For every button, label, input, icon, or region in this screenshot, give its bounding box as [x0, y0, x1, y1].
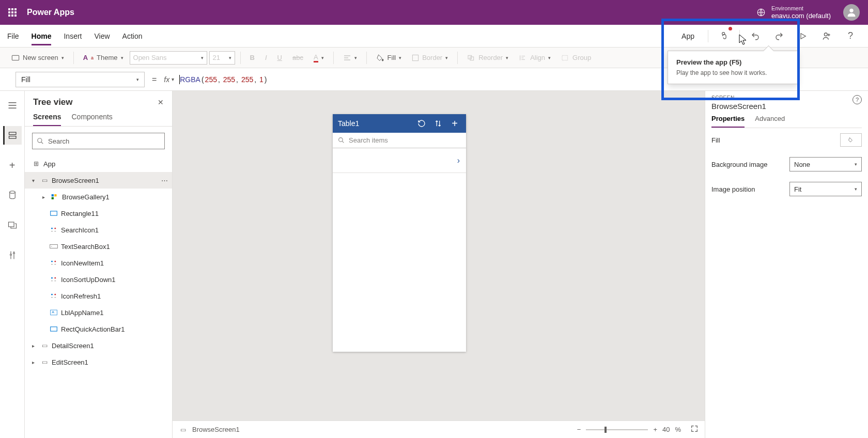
- tree-node-detailscreen[interactable]: ▸▭DetailScreen1: [25, 337, 172, 354]
- waffle-icon[interactable]: [4, 4, 21, 21]
- fx-label[interactable]: fx▾: [164, 75, 174, 84]
- strike-button[interactable]: abc: [288, 52, 307, 64]
- zoom-in-icon[interactable]: +: [653, 426, 657, 433]
- theme-button[interactable]: AaTheme▾: [79, 52, 128, 64]
- chevron-right-icon: ›: [457, 156, 460, 165]
- phone-preview[interactable]: ✕▾ Table1 + Search items ›: [333, 114, 466, 352]
- tree-node-iconnew[interactable]: IconNewItem1: [25, 255, 172, 271]
- font-select[interactable]: Open Sans▾: [130, 51, 207, 65]
- play-icon[interactable]: [793, 26, 813, 46]
- tree-node-rectquick[interactable]: RectQuickActionBar1: [25, 321, 172, 337]
- border-button[interactable]: Border▾: [408, 52, 452, 64]
- app-checker-icon[interactable]: [714, 26, 734, 46]
- close-icon[interactable]: ✕: [158, 98, 164, 106]
- svg-point-27: [51, 294, 53, 295]
- user-avatar[interactable]: [843, 4, 860, 21]
- tab-screens[interactable]: Screens: [33, 113, 61, 126]
- hamburger-icon[interactable]: [3, 96, 22, 115]
- screen-icon: ▭: [40, 341, 49, 350]
- more-icon[interactable]: ⋯: [161, 177, 168, 184]
- refresh-icon[interactable]: [415, 119, 428, 128]
- reorder-button[interactable]: Reorder▾: [463, 52, 513, 64]
- environment-block[interactable]: Environment enavu.com (default): [771, 5, 831, 20]
- new-screen-button[interactable]: New screen▾: [7, 52, 68, 64]
- tree-node-browsescreen[interactable]: ▾▭BrowseScreen1⋯: [25, 172, 172, 189]
- menu-action[interactable]: Action: [122, 27, 143, 45]
- tree-view-icon[interactable]: [3, 126, 22, 145]
- zoom-pct: %: [675, 426, 681, 433]
- tree-node-editscreen[interactable]: ▸▭EditScreen1: [25, 354, 172, 370]
- menu-home[interactable]: Home: [32, 27, 52, 45]
- sort-icon[interactable]: [432, 119, 444, 128]
- props-caption: SCREEN: [711, 95, 862, 101]
- svg-rect-19: [51, 211, 57, 215]
- svg-point-25: [51, 277, 53, 279]
- data-icon[interactable]: [3, 186, 22, 205]
- tree-search-input[interactable]: Search: [32, 133, 165, 149]
- bg-image-select[interactable]: None▾: [789, 157, 862, 171]
- formula-input[interactable]: RGBA(255, 255, 255, 1): [180, 75, 267, 84]
- font-size-select[interactable]: 21▾: [209, 51, 235, 65]
- tree-node-iconsort[interactable]: IconSortUpDown1: [25, 271, 172, 288]
- tree-node-lblappname[interactable]: LblAppName1: [25, 304, 172, 321]
- image-position-select[interactable]: Fit▾: [789, 182, 862, 196]
- align-button[interactable]: Align▾: [515, 52, 555, 64]
- media-icon[interactable]: [3, 216, 22, 234]
- svg-point-24: [54, 261, 56, 262]
- property-selector[interactable]: Fill▾: [16, 72, 145, 87]
- phone-search[interactable]: Search items: [333, 133, 466, 148]
- app-button[interactable]: App: [681, 32, 694, 40]
- chevron-right-icon[interactable]: ▸: [42, 194, 48, 200]
- add-icon[interactable]: +: [448, 118, 461, 130]
- info-icon[interactable]: ?: [853, 95, 862, 104]
- tree-node-gallery[interactable]: ▸BrowseGallery1: [25, 189, 172, 205]
- tree-node-textsearchbox[interactable]: TextSearchBox1: [25, 238, 172, 255]
- tab-properties[interactable]: Properties: [711, 115, 745, 128]
- tree-node-app[interactable]: ⊞App: [25, 155, 172, 172]
- svg-point-1: [849, 9, 853, 12]
- insert-icon[interactable]: +: [3, 156, 22, 175]
- environment-icon[interactable]: [755, 6, 767, 19]
- brand-label: Power Apps: [27, 8, 74, 17]
- textbox-icon: [50, 242, 58, 251]
- svg-rect-10: [9, 136, 17, 139]
- zoom-out-icon[interactable]: −: [577, 426, 581, 433]
- text-align-button[interactable]: ▾: [339, 52, 361, 64]
- prop-imgpos-label: Image position: [711, 185, 755, 193]
- tree-node-rectangle11[interactable]: Rectangle11: [25, 205, 172, 222]
- svg-point-15: [38, 138, 42, 143]
- fill-button[interactable]: Fill▾: [372, 52, 406, 64]
- fit-to-window-icon[interactable]: [690, 425, 699, 434]
- menu-insert[interactable]: Insert: [64, 27, 82, 45]
- tree-node-iconrefresh[interactable]: IconRefresh1: [25, 288, 172, 304]
- menu-bar: File Home Insert View Action App ?: [0, 25, 868, 48]
- control-icon: [50, 226, 58, 234]
- chevron-right-icon[interactable]: ▸: [32, 359, 37, 365]
- chevron-right-icon[interactable]: ▸: [32, 343, 37, 349]
- footer-screen-name: BrowseScreen1: [192, 426, 240, 433]
- svg-point-3: [824, 33, 827, 36]
- redo-icon[interactable]: [769, 26, 789, 46]
- menu-file[interactable]: File: [7, 27, 19, 45]
- share-icon[interactable]: [816, 26, 837, 46]
- fill-color-picker[interactable]: [840, 133, 862, 147]
- font-color-button[interactable]: A▾: [309, 51, 328, 65]
- gallery-icon: [51, 193, 59, 201]
- list-item[interactable]: ›: [333, 148, 466, 173]
- help-icon[interactable]: ?: [840, 26, 861, 46]
- zoom-slider[interactable]: [586, 429, 648, 430]
- bold-button[interactable]: B: [246, 52, 259, 64]
- tab-advanced[interactable]: Advanced: [755, 115, 785, 128]
- underline-button[interactable]: U: [273, 52, 286, 64]
- italic-button[interactable]: I: [261, 52, 271, 64]
- tree-node-searchicon[interactable]: SearchIcon1: [25, 222, 172, 238]
- chevron-down-icon[interactable]: ▾: [32, 178, 37, 183]
- svg-rect-5: [413, 55, 419, 60]
- advanced-tools-icon[interactable]: [3, 246, 22, 264]
- svg-rect-16: [52, 194, 54, 196]
- undo-icon[interactable]: [745, 26, 766, 46]
- equals-sign: =: [152, 75, 157, 84]
- group-button[interactable]: Group: [557, 52, 595, 64]
- menu-view[interactable]: View: [94, 27, 110, 45]
- tab-components[interactable]: Components: [71, 113, 112, 126]
